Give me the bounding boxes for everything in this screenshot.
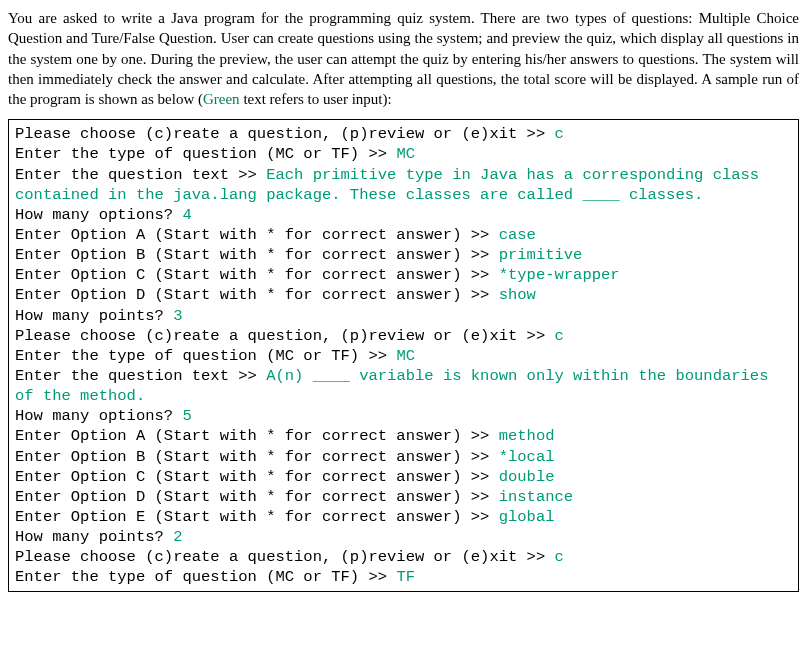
terminal-line: Enter Option C (Start with * for correct… [15,467,792,487]
terminal-line: Enter the type of question (MC or TF) >>… [15,346,792,366]
prompt-text: Enter Option C (Start with * for correct… [15,468,499,486]
user-input-text: c [555,327,564,345]
terminal-line: Enter Option A (Start with * for correct… [15,426,792,446]
terminal-line: Please choose (c)reate a question, (p)re… [15,326,792,346]
terminal-line: How many options? 5 [15,406,792,426]
terminal-line: Enter Option B (Start with * for correct… [15,245,792,265]
user-input-text: double [499,468,555,486]
prompt-text: Enter Option B (Start with * for correct… [15,448,499,466]
prompt-text: Enter the type of question (MC or TF) >> [15,347,396,365]
user-input-text: MC [396,145,415,163]
prompt-text: Please choose (c)reate a question, (p)re… [15,125,555,143]
user-input-text: MC [396,347,415,365]
prompt-text: Please choose (c)reate a question, (p)re… [15,548,555,566]
user-input-text: show [499,286,536,304]
user-input-text: 4 [182,206,191,224]
terminal-line: Enter Option D (Start with * for correct… [15,285,792,305]
terminal-line: Enter Option A (Start with * for correct… [15,225,792,245]
terminal-line: Please choose (c)reate a question, (p)re… [15,124,792,144]
user-input-text: primitive [499,246,583,264]
user-input-text: global [499,508,555,526]
prompt-text: Enter the type of question (MC or TF) >> [15,568,396,586]
prompt-text: Enter Option E (Start with * for correct… [15,508,499,526]
user-input-text: instance [499,488,573,506]
prompt-text: How many options? [15,206,182,224]
prompt-text: Enter the type of question (MC or TF) >> [15,145,396,163]
prompt-text: Please choose (c)reate a question, (p)re… [15,327,555,345]
terminal-output: Please choose (c)reate a question, (p)re… [8,119,799,592]
terminal-line: Enter Option E (Start with * for correct… [15,507,792,527]
instructions-green-word: Green [203,91,240,107]
prompt-text: How many options? [15,407,182,425]
user-input-text: 5 [182,407,191,425]
user-input-text: c [555,125,564,143]
terminal-line: Enter the question text >> Each primitiv… [15,165,792,205]
prompt-text: Enter the question text >> [15,367,266,385]
prompt-text: How many points? [15,307,173,325]
user-input-text: 3 [173,307,182,325]
instructions-text-suffix: text refers to user input): [240,91,392,107]
prompt-text: Enter the question text >> [15,166,266,184]
terminal-line: How many points? 3 [15,306,792,326]
terminal-line: Enter the question text >> A(n) ____ var… [15,366,792,406]
prompt-text: Enter Option C (Start with * for correct… [15,266,499,284]
terminal-line: Enter Option C (Start with * for correct… [15,265,792,285]
instructions-paragraph: You are asked to write a Java program fo… [8,8,799,109]
prompt-text: Enter Option B (Start with * for correct… [15,246,499,264]
user-input-text: *type-wrapper [499,266,620,284]
user-input-text: c [555,548,564,566]
user-input-text: 2 [173,528,182,546]
user-input-text: TF [396,568,415,586]
terminal-line: Enter the type of question (MC or TF) >>… [15,144,792,164]
terminal-line: How many options? 4 [15,205,792,225]
user-input-text: *local [499,448,555,466]
prompt-text: How many points? [15,528,173,546]
user-input-text: case [499,226,536,244]
terminal-line: How many points? 2 [15,527,792,547]
terminal-line: Enter Option D (Start with * for correct… [15,487,792,507]
prompt-text: Enter Option D (Start with * for correct… [15,286,499,304]
terminal-line: Please choose (c)reate a question, (p)re… [15,547,792,567]
terminal-line: Enter Option B (Start with * for correct… [15,447,792,467]
prompt-text: Enter Option D (Start with * for correct… [15,488,499,506]
user-input-text: method [499,427,555,445]
prompt-text: Enter Option A (Start with * for correct… [15,226,499,244]
prompt-text: Enter Option A (Start with * for correct… [15,427,499,445]
terminal-line: Enter the type of question (MC or TF) >>… [15,567,792,587]
instructions-text: You are asked to write a Java program fo… [8,10,799,107]
